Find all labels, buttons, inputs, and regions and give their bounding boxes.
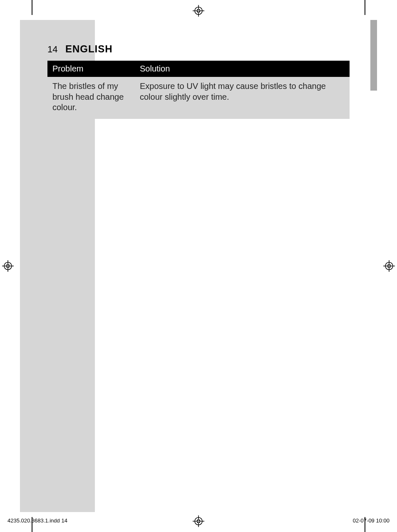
column-header-problem: Problem bbox=[47, 61, 135, 77]
troubleshooting-table: Problem Solution The bristles of my brus… bbox=[47, 61, 350, 119]
page-content: 14 ENGLISH Problem Solution The bristles… bbox=[47, 43, 350, 119]
registration-mark-icon bbox=[2, 260, 14, 272]
cell-solution: Exposure to UV light may cause bristles … bbox=[135, 77, 350, 119]
crop-mark-top-left bbox=[32, 0, 32, 15]
page-number: 14 bbox=[47, 44, 57, 54]
footer-file-info: 4235.020.3683.1.indd 14 bbox=[7, 517, 67, 524]
crop-mark-top-right bbox=[365, 0, 365, 15]
registration-mark-icon bbox=[383, 260, 395, 272]
registration-mark-icon bbox=[193, 5, 204, 17]
language-heading: ENGLISH bbox=[65, 43, 113, 54]
page-area: 14 ENGLISH Problem Solution The bristles… bbox=[20, 20, 377, 512]
table-header-row: Problem Solution bbox=[47, 61, 350, 77]
cell-problem: The bristles of my brush head change col… bbox=[47, 77, 135, 119]
table-row: The bristles of my brush head change col… bbox=[47, 77, 350, 119]
column-header-solution: Solution bbox=[135, 61, 350, 77]
registration-mark-icon bbox=[193, 515, 204, 527]
footer-timestamp: 02-07-09 10:00 bbox=[353, 517, 390, 524]
section-tab bbox=[370, 20, 377, 91]
page-header: 14 ENGLISH bbox=[47, 43, 350, 55]
